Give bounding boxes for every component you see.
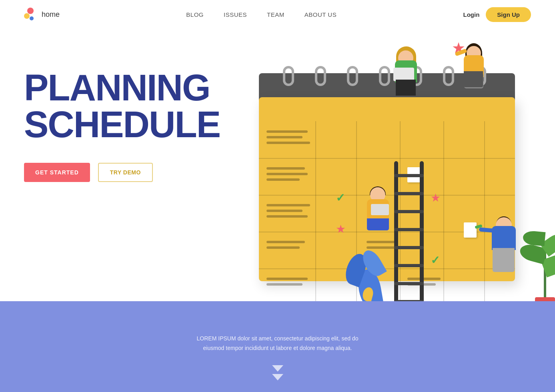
text-line-7 — [266, 204, 310, 206]
person-writing — [492, 226, 528, 290]
row-line-1 — [259, 158, 515, 159]
ring-2 — [315, 66, 326, 86]
calendar-body: ✓ ✓ ★ ★ — [259, 97, 515, 281]
illustration: ✓ ✓ ★ ★ — [195, 29, 555, 301]
person-on-top — [395, 52, 427, 104]
logo-icon — [24, 8, 38, 22]
nav-team[interactable]: TEAM — [267, 11, 285, 18]
rung-5 — [394, 246, 424, 249]
hero-title-line2: SCHEDULE — [24, 106, 220, 143]
person-with-star: ★ — [464, 47, 496, 99]
get-started-button[interactable]: GET STARTED — [24, 163, 90, 182]
plant-pot — [535, 297, 555, 301]
star-2: ★ — [431, 191, 441, 204]
nav-issues[interactable]: ISSUES — [224, 11, 247, 18]
hero-text: PLANNING SCHEDULE GET STARTED TRY DEMO — [24, 69, 220, 182]
ring-1 — [283, 66, 294, 86]
footer-text: LOREM IPSUM dolor sit amet, consectetur … — [194, 334, 362, 353]
p1-laptop — [371, 204, 389, 215]
logo-text: home — [42, 10, 60, 19]
logo[interactable]: home — [24, 8, 60, 22]
arrow-down-2 — [272, 374, 283, 380]
text-line-13 — [266, 283, 303, 286]
header: home BLOG ISSUES TEAM ABOUT US Login Sig… — [0, 0, 555, 29]
text-line-2 — [266, 136, 303, 138]
p3-legs2 — [464, 71, 483, 87]
signup-button[interactable]: Sign Up — [486, 7, 531, 22]
text-line-4 — [266, 167, 305, 170]
col-line-4 — [443, 121, 444, 301]
checkmark-1: ✓ — [336, 191, 345, 204]
row-line-4 — [259, 268, 515, 269]
arrow-down-1 — [272, 365, 283, 372]
dot-red — [27, 8, 34, 14]
p1-legs — [367, 218, 389, 230]
hero-buttons: GET STARTED TRY DEMO — [24, 163, 220, 182]
col-line-1 — [315, 121, 316, 301]
person-on-ladder — [367, 191, 399, 235]
col-line-5 — [484, 121, 485, 301]
text-line-3 — [266, 142, 310, 144]
main-nav: BLOG ISSUES TEAM ABOUT US — [186, 11, 337, 18]
p2-laptop — [393, 68, 414, 81]
rung-1 — [394, 174, 424, 177]
p2-legs — [396, 80, 416, 96]
dot-yellow — [24, 13, 30, 19]
note-2 — [464, 222, 477, 238]
header-actions: Login Sign Up — [463, 7, 531, 22]
ring-4 — [379, 66, 390, 86]
text-line-10 — [266, 241, 305, 243]
text-line-11 — [266, 246, 300, 249]
plant-right — [527, 297, 547, 301]
ring-6 — [443, 66, 454, 86]
text-line-12 — [266, 278, 307, 280]
checkmark-2: ✓ — [431, 254, 440, 267]
p4-body — [492, 226, 516, 250]
text-line-1 — [266, 130, 307, 133]
rung-6 — [394, 264, 424, 267]
dot-blue — [30, 16, 34, 20]
try-demo-button[interactable]: TRY DEMO — [98, 163, 153, 182]
ladder-rail-right — [420, 161, 424, 301]
star-1: ★ — [336, 222, 346, 236]
ring-3 — [347, 66, 358, 86]
p4-legs — [493, 248, 515, 272]
hero-section: PLANNING SCHEDULE GET STARTED TRY DEMO — [0, 29, 555, 301]
hero-title-line1: PLANNING — [24, 69, 220, 106]
text-line-9 — [266, 215, 307, 218]
text-line-6 — [266, 178, 300, 181]
login-button[interactable]: Login — [463, 11, 479, 18]
footer-section: LOREM IPSUM dolor sit amet, consectetur … — [0, 301, 555, 392]
text-line-8 — [266, 210, 303, 212]
rung-7 — [394, 282, 424, 285]
text-line-5 — [266, 173, 307, 175]
nav-blog[interactable]: BLOG — [186, 11, 204, 18]
footer-arrows — [272, 365, 283, 380]
nav-about-us[interactable]: ABOUT US — [305, 11, 337, 18]
